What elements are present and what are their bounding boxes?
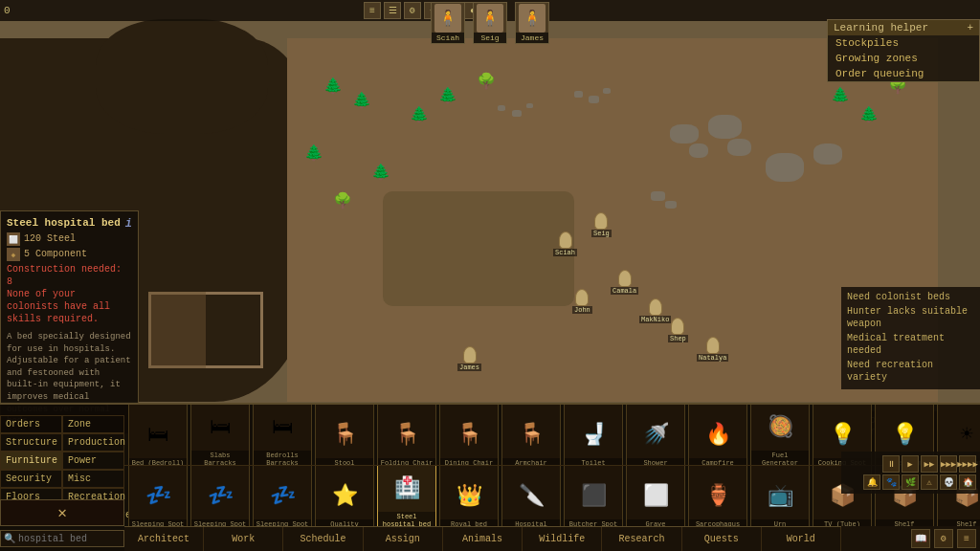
alert-fast[interactable]: ▶▶ <box>921 455 938 473</box>
colonist-pawn[interactable]: Sciah <box>553 231 577 256</box>
toolbar-icon-menu[interactable]: ≡ <box>364 2 381 19</box>
item-slot-r2-1[interactable]: 💤 Sleeping Spot <box>190 466 250 526</box>
category-misc[interactable]: Misc <box>62 470 124 488</box>
item-slot-r2-3[interactable]: ⭐ Quality <box>315 466 374 526</box>
helper-item-growing[interactable]: Growing zones <box>828 51 979 66</box>
alert-pause[interactable]: ⏸ <box>882 455 900 473</box>
category-structure[interactable]: Structure <box>0 433 62 452</box>
item-slot-10[interactable]: 🥘 Fuel Generator <box>750 405 810 466</box>
item-r2-label-6: Hospital <box>502 519 560 526</box>
item-slot-3[interactable]: 🪑 Stool <box>315 405 374 466</box>
colonist-icon-2: 🧍 <box>519 4 546 33</box>
alert-play[interactable]: ▶ <box>902 455 919 473</box>
item-slot-r2-4[interactable]: 🏥 Steel hospital bed <box>377 466 436 526</box>
category-orders[interactable]: Orders <box>0 415 62 433</box>
item-slot-1[interactable]: 🛏 Slabs Barracks <box>190 405 250 466</box>
tab-world[interactable]: World <box>762 527 841 551</box>
category-production[interactable]: Production <box>62 433 124 452</box>
item-slot-r2-0[interactable]: 💤 Sleeping Spot <box>128 466 188 526</box>
item-slot-4[interactable]: 🪑 Folding Chair <box>377 405 436 466</box>
speed-btn-6[interactable]: 🏠 <box>959 474 976 490</box>
toolbar-icon-list[interactable]: ☰ <box>384 2 401 19</box>
item-slot-r2-5[interactable]: 👑 Royal bed <box>439 466 499 526</box>
icon-book[interactable]: 📖 <box>911 529 930 548</box>
helper-item-order[interactable]: Order queueing <box>828 66 979 81</box>
bottom-tabs: Architect Work Schedule Assign Animals W… <box>124 526 841 551</box>
category-power[interactable]: Power <box>62 452 124 470</box>
speed-btn-3[interactable]: 🌿 <box>902 474 919 490</box>
cancel-button[interactable]: ✕ <box>0 499 124 526</box>
search-icon: 🔍 <box>1 531 18 546</box>
tab-wildlife[interactable]: Wildlife <box>523 527 602 551</box>
tab-architect[interactable]: Architect <box>124 527 204 551</box>
learning-helper-header: Learning helper + <box>828 20 979 35</box>
colonist-portrait-2[interactable]: 🧍 James <box>515 2 549 44</box>
tab-schedule[interactable]: Schedule <box>283 527 363 551</box>
alert-icons: ⏸ ▶ ▶▶ ▶▶▶ ▶▶▶▶ <box>845 455 976 473</box>
item-slot-r2-9[interactable]: 🏺 Sarcophagus <box>688 466 747 526</box>
item-slot-0[interactable]: 🛏 Bed (Bedroll) <box>128 405 188 466</box>
item-slot-9[interactable]: 🔥 Campfire <box>688 405 747 466</box>
speed-btn-1[interactable]: 🔔 <box>863 474 880 490</box>
pawn-label: Natalya <box>697 354 728 362</box>
item-r2-icon-7: ⬛ <box>570 472 616 519</box>
item-r2-icon-10: 📺 <box>757 472 803 519</box>
tab-research[interactable]: Research <box>602 527 681 551</box>
colonist-pawn[interactable]: Seig <box>591 212 612 237</box>
item-slot-6[interactable]: 🪑 Armchair <box>501 405 561 466</box>
item-r2-icon-4: 🏥 <box>384 466 430 513</box>
item-label-0: Bed (Bedroll) <box>129 458 187 465</box>
item-icon-8: 🚿 <box>633 410 679 458</box>
item-slot-7[interactable]: 🚽 Toilet <box>564 405 623 466</box>
item-slot-r2-7[interactable]: ⬛ Butcher Spot <box>564 466 623 526</box>
alert-medical: Medical treatment needed <box>847 332 974 357</box>
toolbar-icon-settings[interactable]: ⚙ <box>404 2 421 19</box>
colonist-portrait-0[interactable]: 🧍 Sciah <box>431 2 465 44</box>
colonist-name-2: James <box>516 33 548 43</box>
item-label-2: Bedrolls Barracks <box>254 451 311 465</box>
item-slot-2[interactable]: 🛏 Bedrolls Barracks <box>253 405 312 466</box>
colonist-pawn[interactable]: John <box>572 289 592 314</box>
category-furniture[interactable]: Furniture <box>0 452 62 470</box>
colonist-pawn[interactable]: Camala <box>611 270 638 295</box>
item-r2-label-12: Shelf <box>876 519 933 526</box>
tab-animals[interactable]: Animals <box>443 527 523 551</box>
search-input[interactable] <box>18 534 95 544</box>
category-security[interactable]: Security <box>0 470 62 488</box>
tab-work[interactable]: Work <box>204 527 283 551</box>
speed-btn-2[interactable]: 🐾 <box>882 474 900 490</box>
icon-list[interactable]: ≡ <box>957 529 976 548</box>
item-slot-8[interactable]: 🚿 Shower <box>626 405 685 466</box>
tree: 🌲 <box>354 91 369 110</box>
colonist-pawn[interactable]: James <box>457 346 481 371</box>
info-icon[interactable]: i <box>125 217 132 231</box>
speed-btn-4[interactable]: ⚠ <box>921 474 938 490</box>
item-r2-label-11: TV (Tube) <box>813 519 871 526</box>
item-r2-label-10: Urn <box>751 519 809 526</box>
colonist-pawn[interactable]: Natalya <box>697 337 728 362</box>
item-icon-0: 🛏 <box>135 410 181 458</box>
category-zone[interactable]: Zone <box>62 415 124 433</box>
alert-faster[interactable]: ▶▶▶ <box>940 455 957 473</box>
item-slot-r2-2[interactable]: 💤 Sleeping Spot <box>253 466 312 526</box>
item-slot-r2-6[interactable]: 🔪 Hospital <box>501 466 561 526</box>
tree: 🌲 <box>440 86 456 105</box>
helper-item-stockpiles[interactable]: Stockpiles <box>828 35 979 51</box>
colonist-portrait-1[interactable]: 🧍 Seig <box>473 2 507 44</box>
speed-btn-5[interactable]: 💀 <box>940 474 957 490</box>
colonist-pawn[interactable]: MakNiko <box>639 298 671 323</box>
item-r2-icon-2: 💤 <box>259 472 305 519</box>
alert-fastest[interactable]: ▶▶▶▶ <box>959 455 976 473</box>
item-label-3: Stool <box>316 458 373 465</box>
tab-quests[interactable]: Quests <box>682 527 762 551</box>
item-icon-10: 🥘 <box>757 405 803 451</box>
item-slot-5[interactable]: 🪑 Dining Chair <box>439 405 499 466</box>
item-slot-r2-8[interactable]: ⬜ Grave <box>626 466 685 526</box>
tab-assign[interactable]: Assign <box>364 527 443 551</box>
item-title: Steel hospital bed i <box>7 217 132 229</box>
colonist-pawn[interactable]: Shep <box>668 318 688 342</box>
item-slot-r2-10[interactable]: 📺 Urn <box>750 466 810 526</box>
learning-helper-plus[interactable]: + <box>967 22 973 33</box>
icon-gear[interactable]: ⚙ <box>934 529 953 548</box>
item-icon-7: 🚽 <box>570 410 616 458</box>
